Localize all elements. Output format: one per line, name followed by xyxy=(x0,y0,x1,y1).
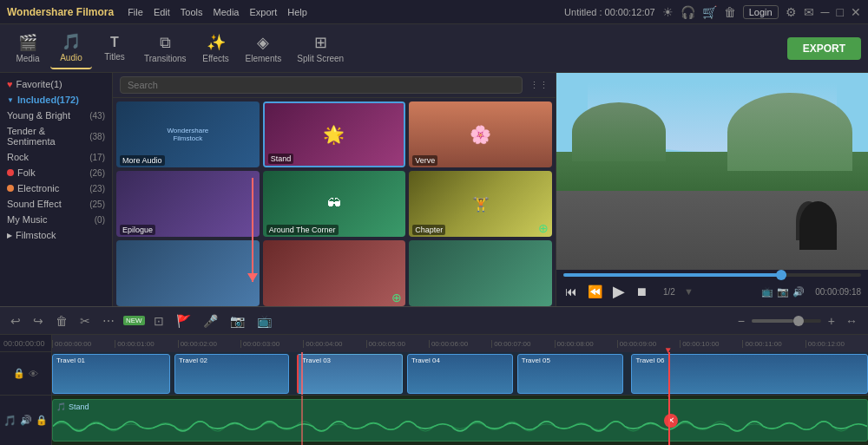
sidebar-item-included[interactable]: ▼ Included (172) xyxy=(0,92,112,108)
maximize-btn[interactable]: □ xyxy=(837,5,844,19)
sidebar-item-favorite[interactable]: ♥ Favorite (1) xyxy=(0,76,112,92)
tl-camera-btn[interactable]: 📷 xyxy=(227,312,248,330)
menu-export[interactable]: Export xyxy=(250,7,278,17)
tool-split-screen[interactable]: ⊞ Split Screen xyxy=(290,28,351,69)
ruler-10: 00:00:10:00 xyxy=(680,340,742,348)
mail-icon[interactable]: ✉ xyxy=(804,5,814,19)
thumb-extra2-add-icon[interactable]: ⊕ xyxy=(391,291,402,304)
tl-fit-btn[interactable]: ↔ xyxy=(842,312,861,330)
tl-delete-btn[interactable]: 🗑 xyxy=(52,312,71,330)
tl-screen-btn[interactable]: 📺 xyxy=(253,312,275,330)
sidebar-item-my-music[interactable]: My Music (0) xyxy=(0,212,112,227)
tool-audio[interactable]: 🎵 Audio xyxy=(50,28,92,69)
eye-icon[interactable]: 👁 xyxy=(29,369,38,379)
tl-marker-btn[interactable]: 🚩 xyxy=(173,312,194,330)
clip-travel04[interactable]: Travel 04 xyxy=(407,354,513,394)
tl-zoom-out-btn[interactable]: − xyxy=(734,312,748,330)
menu-help[interactable]: Help xyxy=(287,7,307,17)
thumb-around-corner-label: Around The Corner xyxy=(266,225,339,235)
play-button[interactable]: ▶ xyxy=(611,280,627,303)
settings-icon[interactable]: ⚙ xyxy=(786,5,797,19)
thumb-verve-label: Verve xyxy=(412,155,437,166)
sidebar-item-young-bright[interactable]: Young & Bright (43) xyxy=(0,108,112,123)
clip-travel03-label: Travel 03 xyxy=(302,357,331,364)
sidebar-item-folk[interactable]: Folk (26) xyxy=(0,165,112,180)
thumb-epilogue[interactable]: Epilogue xyxy=(116,171,260,237)
lock-icon[interactable]: 🔒 xyxy=(13,368,25,379)
thumb-stand[interactable]: 🌟 Stand xyxy=(263,101,406,167)
folk-label: Folk xyxy=(17,167,36,178)
thumb-chapter-add-icon[interactable]: ⊕ xyxy=(538,221,549,235)
media-icon: 🎬 xyxy=(18,33,37,52)
thumb-extra1[interactable] xyxy=(116,240,260,306)
sidebar-item-filmstock[interactable]: ▶ Filmstock xyxy=(0,227,112,243)
clip-travel01[interactable]: Travel 01 xyxy=(52,354,170,394)
effects-icon: ✨ xyxy=(207,33,226,52)
menu-file[interactable]: File xyxy=(128,7,143,17)
preview-video xyxy=(556,73,868,270)
headphone-icon[interactable]: 🎧 xyxy=(681,5,695,19)
audio-lock-icon[interactable]: 🔒 xyxy=(36,415,48,426)
ruler-4: 00:00:04:00 xyxy=(303,340,365,348)
preview-progress-thumb[interactable] xyxy=(776,270,786,280)
ruler-6: 00:00:06:00 xyxy=(429,340,491,348)
preview-buttons: ⏮ ⏪ ▶ ⏹ 1/2 ▼ 📺 📷 🔊 00:00:09:18 xyxy=(563,280,861,303)
folk-count: (26) xyxy=(89,168,105,178)
export-button[interactable]: EXPORT xyxy=(787,37,861,60)
thumb-chapter[interactable]: 🏋 Chapter ⊕ xyxy=(409,171,552,237)
tl-zoom-slider[interactable] xyxy=(752,319,821,323)
tool-transitions[interactable]: ⧉ Transitions xyxy=(137,28,194,69)
close-btn[interactable]: ✕ xyxy=(851,5,861,19)
sidebar-item-tender[interactable]: Tender & Sentimenta (38) xyxy=(0,123,112,149)
stop-button[interactable]: ⏹ xyxy=(634,283,649,300)
sun-icon[interactable]: ☀ xyxy=(662,5,674,19)
delete-icon[interactable]: 🗑 xyxy=(724,5,736,19)
clip-travel02[interactable]: Travel 02 xyxy=(174,354,289,394)
folk-dot xyxy=(7,169,14,176)
menu-tools[interactable]: Tools xyxy=(181,7,203,17)
audio-remove-btn[interactable]: ✕ xyxy=(664,414,678,428)
clip-travel03[interactable]: Travel 03 xyxy=(297,354,403,394)
ruler-3: 00:00:03:00 xyxy=(240,340,303,348)
tl-snap-btn[interactable]: ⊡ xyxy=(150,312,168,330)
sidebar-item-sound-effect[interactable]: Sound Effect (25) xyxy=(0,196,112,212)
tool-elements[interactable]: ◈ Elements xyxy=(239,28,289,69)
thumb-around-corner[interactable]: 🕶 Around The Corner xyxy=(263,171,406,237)
step-back-button[interactable]: ⏪ xyxy=(586,283,604,300)
media-grid: WondershareFilmstock More Audio 🌟 Stand … xyxy=(113,98,556,306)
tl-split-btn[interactable]: ⋯ xyxy=(99,312,118,330)
clip-travel05[interactable]: Travel 05 xyxy=(517,354,623,394)
clip-travel06[interactable]: Travel 06 xyxy=(631,354,868,394)
tool-media[interactable]: 🎬 Media xyxy=(7,28,49,69)
search-input[interactable] xyxy=(120,76,523,94)
sidebar-item-electronic[interactable]: Electronic (23) xyxy=(0,180,112,196)
tl-redo-btn[interactable]: ↪ xyxy=(30,312,47,330)
preview-screen-icon[interactable]: 📺 xyxy=(761,286,773,298)
preview-progress-bar[interactable] xyxy=(563,273,861,277)
preview-snapshot-icon[interactable]: 📷 xyxy=(777,286,789,298)
audio-clip[interactable]: 🎵 Stand xyxy=(52,399,868,442)
preview-volume-icon[interactable]: 🔊 xyxy=(792,286,805,298)
grid-icon[interactable]: ⋮⋮ xyxy=(529,80,549,91)
tool-titles[interactable]: T Titles xyxy=(94,28,135,69)
tool-effects[interactable]: ✨ Effects xyxy=(195,28,237,69)
split-screen-icon: ⊞ xyxy=(314,33,327,52)
tl-cut-btn[interactable]: ✂ xyxy=(76,312,94,330)
thumb-verve[interactable]: 🌸 Verve xyxy=(409,101,552,167)
cart-icon[interactable]: 🛒 xyxy=(702,5,717,19)
menu-edit[interactable]: Edit xyxy=(154,7,170,17)
tl-mic-btn[interactable]: 🎤 xyxy=(200,312,221,330)
thumb-extra2[interactable]: ⊕ xyxy=(263,240,406,306)
thumb-more-audio[interactable]: WondershareFilmstock More Audio xyxy=(116,101,260,167)
sound-effect-count: (25) xyxy=(89,200,105,209)
audio-mute-icon[interactable]: 🔊 xyxy=(20,415,32,426)
skip-back-button[interactable]: ⏮ xyxy=(563,283,579,300)
login-btn[interactable]: Login xyxy=(743,5,779,19)
tl-undo-btn[interactable]: ↩ xyxy=(7,312,24,330)
menu-media[interactable]: Media xyxy=(214,7,240,17)
minimize-btn[interactable]: ─ xyxy=(821,5,830,19)
timeline: ↩ ↪ 🗑 ✂ ⋯ NEW ⊡ 🚩 🎤 📷 📺 − + ↔ 00:00:00:0… xyxy=(0,306,868,445)
tl-zoom-in-btn[interactable]: + xyxy=(825,312,838,330)
thumb-extra3[interactable] xyxy=(409,240,552,306)
sidebar-item-rock[interactable]: Rock (17) xyxy=(0,149,112,165)
